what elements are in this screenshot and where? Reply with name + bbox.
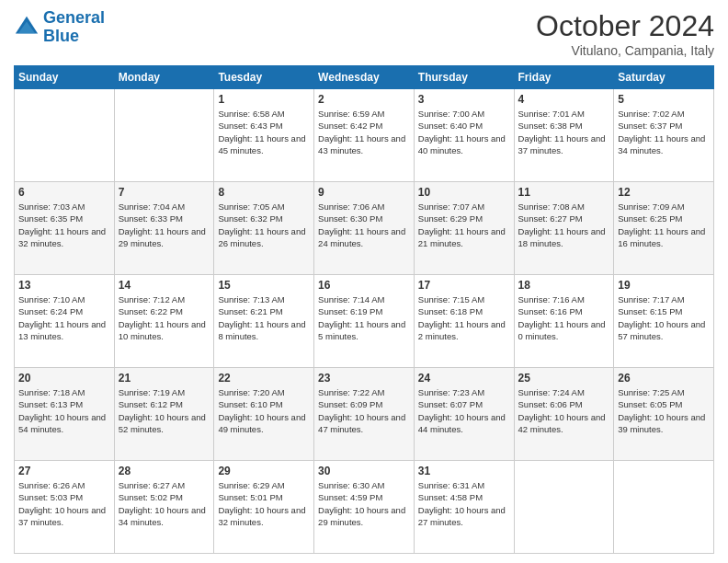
day-info: Sunrise: 7:25 AMSunset: 6:05 PMDaylight:… — [618, 386, 710, 435]
calendar-cell: 21Sunrise: 7:19 AMSunset: 6:12 PMDayligh… — [114, 368, 214, 461]
day-info: Sunrise: 7:22 AMSunset: 6:09 PMDaylight:… — [318, 386, 410, 435]
weekday-header-wednesday: Wednesday — [314, 66, 415, 89]
day-number: 20 — [18, 372, 110, 385]
logo: General Blue — [14, 9, 105, 46]
calendar-header-row: SundayMondayTuesdayWednesdayThursdayFrid… — [15, 66, 714, 89]
calendar-cell: 29Sunrise: 6:29 AMSunset: 5:01 PMDayligh… — [214, 461, 314, 554]
day-number: 28 — [119, 465, 210, 477]
calendar-cell: 10Sunrise: 7:07 AMSunset: 6:29 PMDayligh… — [414, 182, 514, 275]
day-number: 1 — [218, 93, 310, 106]
weekday-header-thursday: Thursday — [414, 66, 514, 89]
calendar-cell: 15Sunrise: 7:13 AMSunset: 6:21 PMDayligh… — [214, 275, 314, 368]
day-info: Sunrise: 7:08 AMSunset: 6:27 PMDaylight:… — [518, 201, 610, 249]
day-number: 16 — [318, 279, 410, 292]
calendar-cell — [614, 461, 714, 554]
day-number: 14 — [119, 279, 210, 292]
calendar-cell: 4Sunrise: 7:01 AMSunset: 6:38 PMDaylight… — [514, 89, 614, 182]
calendar-cell: 12Sunrise: 7:09 AMSunset: 6:25 PMDayligh… — [614, 182, 714, 275]
page: General Blue October 2024 Vitulano, Camp… — [0, 0, 728, 563]
day-number: 22 — [218, 372, 310, 385]
day-number: 6 — [18, 186, 110, 199]
day-info: Sunrise: 7:07 AMSunset: 6:29 PMDaylight:… — [418, 201, 510, 249]
weekday-header-saturday: Saturday — [614, 66, 714, 89]
calendar-cell: 6Sunrise: 7:03 AMSunset: 6:35 PMDaylight… — [15, 182, 115, 275]
day-number: 26 — [618, 372, 710, 385]
weekday-header-tuesday: Tuesday — [214, 66, 314, 89]
calendar-cell: 19Sunrise: 7:17 AMSunset: 6:15 PMDayligh… — [614, 275, 714, 368]
day-number: 2 — [318, 93, 410, 106]
day-info: Sunrise: 7:03 AMSunset: 6:35 PMDaylight:… — [18, 201, 110, 249]
day-number: 8 — [218, 186, 310, 199]
day-number: 25 — [518, 372, 610, 385]
day-info: Sunrise: 7:15 AMSunset: 6:18 PMDaylight:… — [418, 293, 510, 342]
day-number: 9 — [318, 186, 410, 199]
weekday-header-monday: Monday — [114, 66, 214, 89]
day-info: Sunrise: 7:24 AMSunset: 6:06 PMDaylight:… — [518, 386, 610, 435]
calendar-cell: 17Sunrise: 7:15 AMSunset: 6:18 PMDayligh… — [414, 275, 514, 368]
day-info: Sunrise: 6:26 AMSunset: 5:03 PMDaylight:… — [18, 479, 110, 528]
calendar-cell — [15, 89, 115, 182]
calendar-cell: 9Sunrise: 7:06 AMSunset: 6:30 PMDaylight… — [314, 182, 415, 275]
day-number: 3 — [418, 93, 510, 106]
day-info: Sunrise: 7:16 AMSunset: 6:16 PMDaylight:… — [518, 293, 610, 342]
day-number: 18 — [518, 279, 610, 292]
month-title: October 2024 — [536, 9, 714, 43]
day-number: 17 — [418, 279, 510, 292]
calendar-cell: 5Sunrise: 7:02 AMSunset: 6:37 PMDaylight… — [614, 89, 714, 182]
day-info: Sunrise: 7:01 AMSunset: 6:38 PMDaylight:… — [518, 108, 610, 156]
day-number: 30 — [318, 465, 410, 477]
calendar-cell: 27Sunrise: 6:26 AMSunset: 5:03 PMDayligh… — [15, 461, 115, 554]
calendar-cell: 25Sunrise: 7:24 AMSunset: 6:06 PMDayligh… — [514, 368, 614, 461]
calendar-cell: 3Sunrise: 7:00 AMSunset: 6:40 PMDaylight… — [414, 89, 514, 182]
calendar-cell: 14Sunrise: 7:12 AMSunset: 6:22 PMDayligh… — [114, 275, 214, 368]
day-info: Sunrise: 7:17 AMSunset: 6:15 PMDaylight:… — [618, 293, 710, 342]
calendar-week-3: 13Sunrise: 7:10 AMSunset: 6:24 PMDayligh… — [15, 275, 714, 368]
day-info: Sunrise: 7:05 AMSunset: 6:32 PMDaylight:… — [218, 201, 310, 249]
calendar-cell: 11Sunrise: 7:08 AMSunset: 6:27 PMDayligh… — [514, 182, 614, 275]
day-info: Sunrise: 7:14 AMSunset: 6:19 PMDaylight:… — [318, 293, 410, 342]
day-number: 12 — [618, 186, 710, 199]
calendar-cell: 8Sunrise: 7:05 AMSunset: 6:32 PMDaylight… — [214, 182, 314, 275]
day-number: 24 — [418, 372, 510, 385]
logo-general: General — [43, 8, 105, 27]
day-info: Sunrise: 7:10 AMSunset: 6:24 PMDaylight:… — [18, 293, 110, 342]
day-info: Sunrise: 7:23 AMSunset: 6:07 PMDaylight:… — [418, 386, 510, 435]
day-number: 10 — [418, 186, 510, 199]
day-info: Sunrise: 6:27 AMSunset: 5:02 PMDaylight:… — [119, 479, 210, 528]
calendar-week-1: 1Sunrise: 6:58 AMSunset: 6:43 PMDaylight… — [15, 89, 714, 182]
day-number: 27 — [18, 465, 110, 477]
calendar-cell — [514, 461, 614, 554]
day-number: 15 — [218, 279, 310, 292]
weekday-header-sunday: Sunday — [15, 66, 115, 89]
calendar-week-2: 6Sunrise: 7:03 AMSunset: 6:35 PMDaylight… — [15, 182, 714, 275]
day-info: Sunrise: 7:02 AMSunset: 6:37 PMDaylight:… — [618, 108, 710, 156]
calendar-cell: 2Sunrise: 6:59 AMSunset: 6:42 PMDaylight… — [314, 89, 415, 182]
day-number: 23 — [318, 372, 410, 385]
day-number: 31 — [418, 465, 510, 477]
day-info: Sunrise: 7:19 AMSunset: 6:12 PMDaylight:… — [119, 386, 210, 435]
day-info: Sunrise: 6:30 AMSunset: 4:59 PMDaylight:… — [318, 479, 410, 528]
day-info: Sunrise: 6:29 AMSunset: 5:01 PMDaylight:… — [218, 479, 310, 528]
calendar-cell: 26Sunrise: 7:25 AMSunset: 6:05 PMDayligh… — [614, 368, 714, 461]
calendar-cell: 30Sunrise: 6:30 AMSunset: 4:59 PMDayligh… — [314, 461, 415, 554]
calendar-cell: 1Sunrise: 6:58 AMSunset: 6:43 PMDaylight… — [214, 89, 314, 182]
day-number: 29 — [218, 465, 310, 477]
calendar-week-4: 20Sunrise: 7:18 AMSunset: 6:13 PMDayligh… — [15, 368, 714, 461]
day-number: 5 — [618, 93, 710, 106]
logo-icon — [14, 15, 40, 40]
calendar-cell — [114, 89, 214, 182]
day-info: Sunrise: 7:04 AMSunset: 6:33 PMDaylight:… — [119, 201, 210, 249]
day-info: Sunrise: 7:18 AMSunset: 6:13 PMDaylight:… — [18, 386, 110, 435]
day-number: 13 — [18, 279, 110, 292]
calendar-week-5: 27Sunrise: 6:26 AMSunset: 5:03 PMDayligh… — [15, 461, 714, 554]
day-info: Sunrise: 7:09 AMSunset: 6:25 PMDaylight:… — [618, 201, 710, 249]
day-number: 7 — [119, 186, 210, 199]
calendar-cell: 18Sunrise: 7:16 AMSunset: 6:16 PMDayligh… — [514, 275, 614, 368]
header: General Blue October 2024 Vitulano, Camp… — [14, 9, 714, 58]
calendar-cell: 24Sunrise: 7:23 AMSunset: 6:07 PMDayligh… — [414, 368, 514, 461]
day-info: Sunrise: 6:58 AMSunset: 6:43 PMDaylight:… — [218, 108, 310, 156]
day-info: Sunrise: 7:13 AMSunset: 6:21 PMDaylight:… — [218, 293, 310, 342]
calendar-table: SundayMondayTuesdayWednesdayThursdayFrid… — [14, 65, 714, 554]
calendar-cell: 23Sunrise: 7:22 AMSunset: 6:09 PMDayligh… — [314, 368, 415, 461]
day-info: Sunrise: 7:06 AMSunset: 6:30 PMDaylight:… — [318, 201, 410, 249]
